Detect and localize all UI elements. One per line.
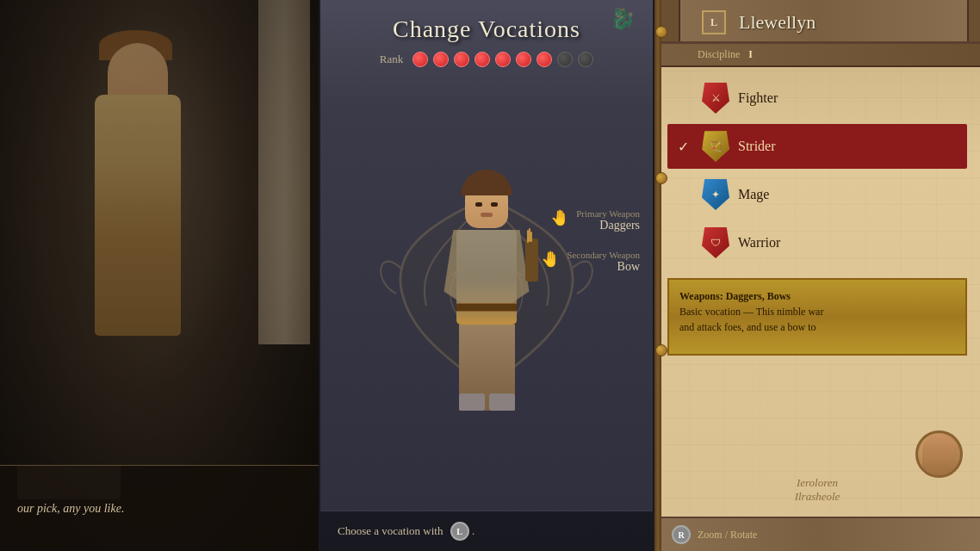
vocation-footer: Choose a vocation with L .: [320, 511, 653, 551]
dialogue-text: our pick, any you like.: [17, 502, 124, 516]
right-footer: R Zoom / Rotate: [654, 517, 980, 551]
character-sheet-panel: L Llewellyn Discipline I ⚔ Fighter: [654, 0, 980, 551]
game-scene-panel: our pick, any you like.: [0, 0, 319, 551]
discipline-value: I: [748, 48, 753, 61]
secondary-weapon-label: Secondary Weapon: [567, 250, 640, 260]
vocation-name-fighter: Fighter: [738, 90, 778, 106]
shield-mage: ✦: [702, 179, 729, 210]
binding-rivet-top: [655, 26, 667, 38]
l-button: L: [450, 522, 469, 541]
scroll-bottom: IerolorenIlrasheole: [654, 360, 980, 517]
secondary-weapon-name: Bow: [567, 260, 640, 274]
checkmark-warrior: [678, 235, 695, 251]
level-badge: L: [702, 10, 726, 34]
signature-text: IerolorenIlrasheole: [795, 476, 840, 503]
description-box: Weapons: Daggers, Bows Basic vocation — …: [667, 278, 967, 356]
character-name: Llewellyn: [739, 11, 816, 34]
vocation-name-warrior: Warrior: [738, 235, 780, 251]
rank-gem-9: [578, 52, 593, 67]
rank-gem-2: [433, 52, 449, 67]
char-head: [465, 176, 508, 228]
rank-gem-4: [474, 52, 490, 67]
change-vocations-panel: Change Vocations 🐉 Rank: [319, 0, 654, 551]
checkmark-mage: [678, 187, 695, 202]
description-text: Weapons: Daggers, Bows Basic vocation — …: [679, 288, 955, 335]
weapon-info: Primary Weapon Daggers 🤚 Secondary Weapo…: [541, 208, 640, 291]
vocation-header: Change Vocations 🐉: [320, 0, 653, 52]
binding-strip: [654, 0, 661, 551]
hand2-icon: 🤚: [541, 250, 560, 269]
rank-gem-5: [495, 52, 511, 67]
secondary-weapon-row: Secondary Weapon Bow 🤚: [541, 250, 640, 274]
npc-body: [95, 95, 181, 336]
binding-rivet-mid: [655, 172, 667, 184]
r-button: R: [672, 525, 691, 544]
char-legs: [459, 325, 515, 411]
vocation-shield-fighter: ⚔: [702, 83, 729, 114]
char-leg-left: [459, 325, 485, 411]
checkmark-fighter: [678, 90, 695, 106]
npc-figure: [52, 26, 224, 422]
footer-instruction: Choose a vocation with L .: [338, 522, 474, 541]
vocation-shield-warrior: 🛡: [702, 227, 729, 258]
vocation-list: ⚔ Fighter ✓ 🏹 Strider: [654, 67, 980, 274]
char-torso: [456, 230, 517, 325]
hand-icon: 🤚: [550, 208, 569, 227]
vocation-item-strider[interactable]: ✓ 🏹 Strider: [667, 124, 967, 169]
rank-gem-8: [557, 52, 573, 67]
rank-label: Rank: [380, 53, 403, 66]
character-area: Primary Weapon Daggers 🤚 Secondary Weapo…: [320, 76, 653, 511]
dragon-watermark-icon: 🐉: [610, 7, 636, 31]
rank-gem-6: [516, 52, 531, 67]
npc-portrait: [915, 430, 963, 478]
shield-warrior: 🛡: [702, 227, 729, 258]
discipline-row: Discipline I: [654, 44, 980, 67]
stone-column: [258, 0, 310, 344]
character-figure: [456, 176, 517, 411]
char-leg-right: [489, 325, 515, 411]
header-leather-right: [967, 0, 980, 41]
npc-portrait-inner: [922, 434, 957, 475]
dialogue-box: our pick, any you like.: [0, 465, 319, 551]
vocation-shield-strider: 🏹: [702, 131, 729, 162]
primary-weapon-row: Primary Weapon Daggers 🤚: [541, 208, 640, 232]
rank-gem-1: [412, 52, 428, 67]
binding-rivet-bot: [655, 344, 667, 356]
vocation-title: Change Vocations: [320, 15, 653, 43]
vocation-item-mage[interactable]: ✦ Mage: [667, 172, 967, 217]
discipline-label: Discipline: [698, 48, 740, 61]
vocation-item-fighter[interactable]: ⚔ Fighter: [667, 76, 967, 121]
rank-row: Rank: [380, 52, 593, 67]
primary-weapon-label: Primary Weapon: [576, 208, 640, 219]
rank-gem-7: [537, 52, 552, 67]
vocation-shield-mage: ✦: [702, 179, 729, 210]
rank-gem-3: [454, 52, 469, 67]
footer-text-label: Choose a vocation with: [338, 524, 443, 537]
zoom-rotate-label: Zoom / Rotate: [698, 529, 757, 542]
vocation-item-warrior[interactable]: 🛡 Warrior: [667, 220, 967, 265]
shield-fighter: ⚔: [702, 83, 729, 114]
signature-art: IerolorenIlrasheole: [795, 476, 840, 504]
right-header: L Llewellyn: [654, 0, 980, 44]
shield-strider: 🏹: [702, 131, 729, 162]
char-cape: [439, 230, 534, 307]
char-quiver: [525, 238, 538, 282]
vocation-name-mage: Mage: [738, 187, 769, 202]
right-content: L Llewellyn Discipline I ⚔ Fighter: [654, 0, 980, 551]
primary-weapon-name: Daggers: [576, 219, 640, 232]
vocation-name-strider: Strider: [738, 139, 776, 154]
checkmark-strider: ✓: [678, 139, 695, 155]
